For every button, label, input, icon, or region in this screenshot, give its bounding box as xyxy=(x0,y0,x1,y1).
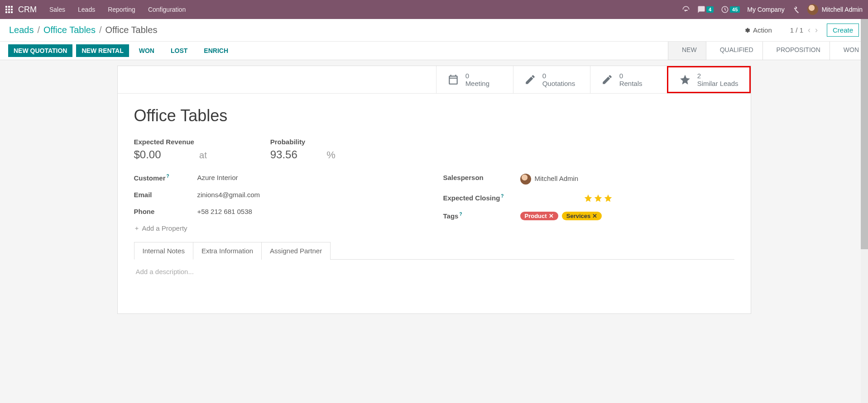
salesperson-value[interactable]: Mitchell Admin xyxy=(520,174,579,185)
salesperson-label: Salesperson xyxy=(443,174,520,185)
expected-closing-label: Expected Closing? xyxy=(443,194,520,203)
phone-value[interactable]: +58 212 681 0538 xyxy=(197,208,252,215)
customer-label: Customer? xyxy=(134,174,197,182)
enrich-button[interactable]: ENRICH xyxy=(197,44,235,57)
user-name: Mitchell Admin xyxy=(822,6,863,13)
stage-qualified[interactable]: QUALIFIED xyxy=(706,42,762,60)
activities-icon[interactable]: 45 xyxy=(721,5,740,14)
pager-next[interactable]: › xyxy=(815,25,818,35)
tab-assigned-partner[interactable]: Assigned Partner xyxy=(261,242,331,260)
new-quotation-button[interactable]: NEW QUOTATION xyxy=(8,44,72,57)
form-card: 0Meeting 0Quotations 0Rentals 2Similar L… xyxy=(117,66,751,314)
messages-badge: 4 xyxy=(706,6,714,13)
tags-value[interactable]: Product✕ Services✕ xyxy=(520,212,604,220)
scrollbar-thumb[interactable] xyxy=(861,19,868,249)
stage-new[interactable]: NEW xyxy=(668,42,706,60)
pager: 1 / 1 ‹ › xyxy=(790,25,818,35)
edit-icon xyxy=(601,74,613,85)
activities-badge: 45 xyxy=(730,6,740,13)
breadcrumb: Leads / Office Tables / Office Tables xyxy=(9,25,157,35)
stage-proposition[interactable]: PROPOSITION xyxy=(762,42,830,60)
action-menu[interactable]: Action xyxy=(744,26,772,34)
avatar-icon xyxy=(807,4,818,15)
nav-reporting[interactable]: Reporting xyxy=(108,6,135,13)
create-button[interactable]: Create xyxy=(827,24,859,37)
pager-text: 1 / 1 xyxy=(790,26,803,34)
expected-revenue-label: Expected Revenue xyxy=(134,138,207,146)
stage-bar: NEW QUALIFIED PROPOSITION WON xyxy=(668,42,868,60)
calendar-icon xyxy=(447,74,459,85)
tag-product[interactable]: Product✕ xyxy=(520,212,558,220)
control-row: Leads / Office Tables / Office Tables Ac… xyxy=(0,19,868,42)
nav-sales[interactable]: Sales xyxy=(49,6,65,13)
tag-remove-icon[interactable]: ✕ xyxy=(549,213,554,219)
pager-prev[interactable]: ‹ xyxy=(808,25,810,35)
top-nav: CRM Sales Leads Reporting Configuration … xyxy=(0,0,868,19)
customer-value[interactable]: Azure Interior xyxy=(197,174,238,182)
star-icon xyxy=(584,194,593,203)
phone-label: Phone xyxy=(134,208,197,215)
breadcrumb-office-tables[interactable]: Office Tables xyxy=(43,25,96,35)
description-input[interactable] xyxy=(136,268,733,275)
voip-icon[interactable] xyxy=(682,5,690,14)
stat-boxes: 0Meeting 0Quotations 0Rentals 2Similar L… xyxy=(118,66,751,94)
won-button[interactable]: WON xyxy=(133,44,161,57)
stat-rentals[interactable]: 0Rentals xyxy=(590,66,667,93)
company-switcher[interactable]: My Company xyxy=(747,6,784,13)
priority-stars[interactable] xyxy=(584,194,613,203)
probability-value[interactable]: 93.56 xyxy=(270,148,297,161)
tab-internal-notes[interactable]: Internal Notes xyxy=(134,242,193,260)
scrollbar[interactable] xyxy=(861,19,868,332)
tab-content xyxy=(134,259,734,313)
toolbar: NEW QUOTATION NEW RENTAL WON LOST ENRICH… xyxy=(0,42,868,60)
debug-icon[interactable] xyxy=(792,5,800,14)
salesperson-avatar-icon xyxy=(520,174,531,185)
nav-leads[interactable]: Leads xyxy=(78,6,95,13)
star-icon xyxy=(594,194,603,203)
stat-meeting[interactable]: 0Meeting xyxy=(436,66,513,93)
messages-icon[interactable]: 4 xyxy=(697,5,714,14)
tab-extra-information[interactable]: Extra Information xyxy=(193,242,262,260)
lead-title[interactable]: Office Tables xyxy=(134,106,734,125)
email-label: Email xyxy=(134,191,197,199)
stat-similar-leads[interactable]: 2Similar Leads xyxy=(667,66,751,93)
star-icon xyxy=(604,194,613,203)
stat-quotations[interactable]: 0Quotations xyxy=(513,66,590,93)
tag-remove-icon[interactable]: ✕ xyxy=(592,213,597,219)
breadcrumb-leads[interactable]: Leads xyxy=(9,25,34,35)
tag-services[interactable]: Services✕ xyxy=(562,212,602,220)
edit-icon xyxy=(524,74,536,85)
plus-icon xyxy=(134,226,139,231)
gear-icon xyxy=(744,27,750,33)
tags-label: Tags? xyxy=(443,212,520,220)
expected-revenue-value[interactable]: $0.00 xyxy=(134,148,161,161)
new-rental-button[interactable]: NEW RENTAL xyxy=(76,44,129,57)
brand[interactable]: CRM xyxy=(18,5,37,14)
lost-button[interactable]: LOST xyxy=(164,44,194,57)
add-property-button[interactable]: Add a Property xyxy=(134,220,425,237)
tabs: Internal Notes Extra Information Assigne… xyxy=(134,242,734,260)
apps-icon[interactable] xyxy=(5,6,13,13)
nav-configuration[interactable]: Configuration xyxy=(148,6,186,13)
email-value[interactable]: zinions4@gmail.com xyxy=(197,191,260,199)
star-icon xyxy=(679,74,691,85)
breadcrumb-current: Office Tables xyxy=(106,25,158,35)
probability-label: Probability xyxy=(270,138,336,146)
user-menu[interactable]: Mitchell Admin xyxy=(807,4,863,15)
